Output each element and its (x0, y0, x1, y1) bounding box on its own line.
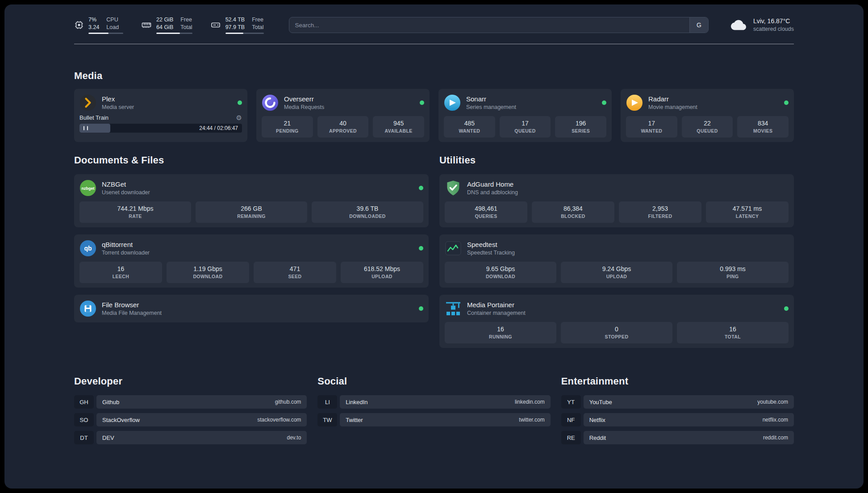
service-card-speedtest[interactable]: Speedtest Speedtest Tracking 9.65 Gbps D… (439, 234, 794, 288)
service-card-radarr[interactable]: Radarr Movie management 17 WANTED 22 QUE… (621, 89, 794, 142)
stat-value: 744.21 Mbps (81, 205, 189, 213)
service-card-plex[interactable]: Plex Media server Bullet Train ⚙ 24:44 /… (74, 89, 247, 142)
stat-wanted: 17 WANTED (626, 116, 677, 138)
service-name: Radarr (648, 95, 697, 104)
bookmark-domain: dev.to (287, 435, 301, 441)
stat-value: 471 (255, 265, 334, 273)
dashboard: 7% 3.24 CPU Load (4, 4, 864, 489)
stat-remaining: 266 GB REMAINING (196, 201, 307, 223)
portainer-icon (445, 300, 462, 317)
bookmark-name: Netflix (589, 417, 605, 423)
section-title-entertainment: Entertainment (561, 376, 794, 387)
memory-labels: Free Total (180, 16, 192, 31)
stat-value: 834 (739, 119, 787, 128)
bookmark-abbr: NF (561, 413, 581, 426)
stat-value: 266 GB (197, 205, 305, 213)
cpu-usage-bar (88, 33, 123, 34)
gear-icon[interactable]: ⚙ (236, 114, 242, 121)
stat-queries: 498,461 QUERIES (445, 201, 527, 223)
status-indicator (419, 186, 423, 190)
stat-wanted: 485 WANTED (444, 116, 495, 138)
stat-series: 196 SERIES (555, 116, 606, 138)
stat-value: 16 (679, 325, 787, 334)
stat-label: RUNNING (447, 334, 555, 340)
bookmark-name: Reddit (589, 435, 606, 441)
service-name: AdGuard Home (467, 180, 518, 189)
disk-labels: Free Total (252, 16, 263, 31)
section-title-utilities: Utilities (439, 155, 794, 166)
stat-queued: 17 QUEUED (500, 116, 551, 138)
stat-value: 86,384 (534, 205, 613, 213)
service-card-nzbget[interactable]: nzbget NZBGet Usenet downloader 744.21 M… (74, 174, 429, 227)
service-card-filebrowser[interactable]: File Browser Media File Management (74, 295, 429, 322)
disk-values: 52.4 TB 97.9 TB (225, 16, 245, 31)
overseerr-icon (262, 94, 279, 111)
bookmark-youtube[interactable]: YT YouTube youtube.com (561, 395, 794, 409)
stat-value: 945 (375, 119, 422, 128)
memory-icon (141, 20, 152, 30)
bookmark-abbr: GH (74, 395, 94, 409)
memory-values: 22 GiB 64 GiB (156, 16, 173, 31)
service-card-overseerr[interactable]: Overseerr Media Requests 21 PENDING 40 A… (256, 89, 430, 142)
bookmark-domain: stackoverflow.com (257, 417, 301, 423)
bookmark-domain: reddit.com (763, 435, 788, 441)
service-description: Series management (466, 104, 516, 111)
service-name: Overseerr (284, 95, 324, 104)
bookmark-netflix[interactable]: NF Netflix netflix.com (561, 413, 794, 426)
stat-value: 39.6 TB (313, 205, 421, 213)
documents-column: Documents & Files nzbget NZBGet Usenet d… (74, 142, 429, 322)
bookmark-linkedin[interactable]: LI LinkedIn linkedin.com (317, 395, 550, 409)
stat-label: DOWNLOAD (447, 273, 555, 280)
stat-value: 9.65 Gbps (447, 265, 555, 273)
weather-location: Lviv, 16.87°C (753, 17, 794, 25)
bookmark-domain: twitter.com (519, 417, 544, 423)
stat-upload: 9.24 Gbps UPLOAD (561, 262, 672, 283)
search-bar: G (289, 17, 709, 33)
bookmark-abbr: RE (561, 431, 581, 444)
bookmark-name: DEV (102, 435, 114, 441)
memory-usage-bar (156, 33, 192, 34)
nzbget-icon: nzbget (79, 180, 96, 196)
bookmark-abbr: SO (74, 413, 94, 426)
service-card-sonarr[interactable]: Sonarr Series management 485 WANTED 17 Q… (438, 89, 612, 142)
service-card-adguard[interactable]: AdGuard Home DNS and adblocking 498,461 … (439, 174, 794, 227)
stat-total: 16 TOTAL (677, 322, 789, 343)
bookmark-reddit[interactable]: RE Reddit reddit.com (561, 431, 794, 444)
service-card-qbittorrent[interactable]: qb qBittorrent Torrent downloader 16 LEE… (74, 234, 429, 288)
bookmark-domain: linkedin.com (515, 399, 545, 405)
bookmark-stackoverflow[interactable]: SO StackOverflow stackoverflow.com (74, 413, 307, 426)
status-indicator (419, 306, 423, 311)
stat-label: FILTERED (621, 213, 700, 219)
bookmark-name: Twitter (346, 417, 363, 423)
service-name: NZBGet (102, 180, 150, 189)
service-card-portainer[interactable]: Media Portainer Container management 16 … (439, 295, 794, 348)
stat-value: 1.19 Gbps (168, 265, 247, 273)
status-indicator (784, 100, 789, 105)
bookmark-github[interactable]: GH Github github.com (74, 395, 307, 409)
playback-progress-bar[interactable]: 24:44 / 02:06:47 (79, 124, 242, 133)
stat-value: 196 (557, 119, 605, 128)
disk-icon (210, 20, 221, 30)
bookmark-dev[interactable]: DT DEV dev.to (74, 431, 307, 444)
stat-label: MOVIES (739, 128, 787, 134)
bookmark-twitter[interactable]: TW Twitter twitter.com (317, 413, 550, 426)
stat-downloaded: 39.6 TB DOWNLOADED (312, 201, 423, 223)
stat-value: 17 (628, 119, 676, 128)
stat-value: 0 (563, 325, 671, 334)
media-grid: Plex Media server Bullet Train ⚙ 24:44 /… (74, 89, 794, 142)
stat-label: UPLOAD (563, 273, 671, 280)
service-name: Sonarr (466, 95, 516, 104)
service-description: Speedtest Tracking (467, 249, 515, 256)
service-name: File Browser (102, 301, 162, 309)
weather-condition: scattered clouds (753, 25, 794, 33)
service-description: Container management (467, 309, 526, 317)
cpu-labels: CPU Load (106, 16, 119, 31)
pause-icon[interactable] (83, 126, 88, 130)
bookmark-name: YouTube (589, 399, 612, 405)
search-provider-button[interactable]: G (689, 17, 708, 33)
stat-stopped: 0 STOPPED (561, 322, 672, 343)
plex-now-playing: Bullet Train ⚙ 24:44 / 02:06:47 (79, 114, 242, 133)
search-input[interactable] (289, 17, 709, 33)
stat-approved: 40 APPROVED (317, 116, 369, 138)
service-description: Movie management (648, 104, 697, 111)
